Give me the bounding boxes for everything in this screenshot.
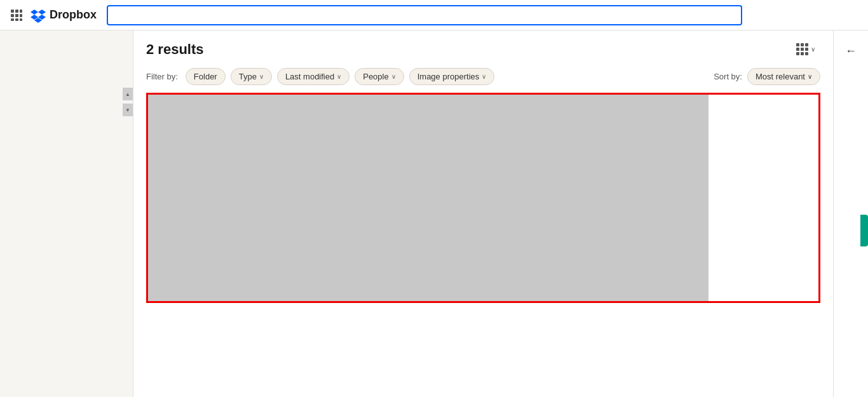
filter-chip-image-properties[interactable]: Image properties ∨: [409, 68, 495, 85]
filter-last-modified-label: Last modified: [285, 72, 334, 81]
view-controls: ∨: [791, 41, 820, 58]
filter-image-properties-label: Image properties: [417, 72, 480, 81]
svg-rect-8: [20, 18, 22, 21]
filter-folder-label: Folder: [194, 72, 217, 81]
svg-rect-3: [11, 14, 14, 17]
chevron-down-icon: ∨: [811, 46, 815, 53]
sort-value-label: Most relevant: [756, 72, 805, 81]
search-input[interactable]: [107, 5, 742, 25]
svg-rect-4: [15, 14, 18, 17]
svg-rect-1: [15, 10, 18, 13]
svg-rect-2: [20, 10, 22, 13]
filter-people-label: People: [363, 72, 388, 81]
filter-chip-last-modified[interactable]: Last modified ∨: [277, 68, 349, 85]
content-header: 2 results ∨: [133, 30, 833, 68]
top-nav: Dropbox: [0, 0, 868, 30]
left-sidebar: ▲ ▼: [0, 30, 133, 397]
filter-chip-type[interactable]: Type ∨: [231, 68, 272, 85]
right-panel: ←: [833, 30, 868, 397]
dropbox-logo-text: Dropbox: [50, 8, 97, 22]
filter-type-label: Type: [239, 72, 257, 81]
chevron-down-sort-icon: ∨: [808, 73, 812, 80]
grid-view-button[interactable]: ∨: [791, 41, 820, 58]
search-results: [133, 93, 833, 397]
chevron-down-people-icon: ∨: [391, 73, 396, 80]
result-thumbnail: [148, 95, 709, 301]
filter-bar: Filter by: Folder Type ∨ Last modified ∨…: [133, 68, 833, 93]
sidebar-scroll-up[interactable]: ▲: [123, 88, 133, 100]
grid-dots-icon: [796, 43, 808, 55]
filter-by-label: Filter by:: [146, 72, 178, 81]
result-item-wrapper: [146, 93, 820, 303]
sort-area: Sort by: Most relevant ∨: [714, 68, 820, 85]
sort-by-label: Sort by:: [714, 72, 742, 81]
content-area: 2 results ∨ Filter by: Folder: [133, 30, 833, 397]
sidebar-scroll-down[interactable]: ▼: [123, 104, 133, 116]
chevron-down-image-icon: ∨: [482, 73, 486, 80]
nav-grid-icon[interactable]: [8, 6, 25, 24]
main-layout: ▲ ▼ 2 results ∨: [0, 30, 868, 397]
svg-rect-6: [11, 18, 14, 21]
chevron-down-modified-icon: ∨: [337, 73, 341, 80]
results-row: 2 results ∨: [146, 41, 820, 58]
dropbox-logo[interactable]: Dropbox: [31, 8, 97, 23]
green-tab[interactable]: [860, 215, 868, 246]
sort-button[interactable]: Most relevant ∨: [747, 68, 820, 85]
back-arrow-button[interactable]: ←: [841, 41, 861, 61]
results-title: 2 results: [146, 41, 204, 58]
svg-rect-7: [15, 18, 18, 21]
chevron-down-type-icon: ∨: [259, 73, 264, 80]
filter-chip-people[interactable]: People ∨: [355, 68, 403, 85]
svg-rect-0: [11, 10, 14, 13]
filter-chip-folder[interactable]: Folder: [186, 68, 226, 85]
svg-rect-5: [20, 14, 22, 17]
